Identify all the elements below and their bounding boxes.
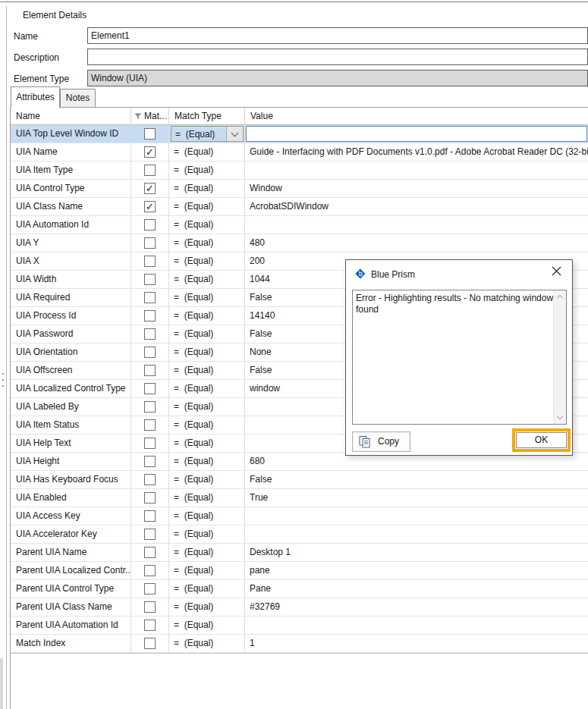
attribute-value-cell[interactable]: True — [245, 489, 588, 507]
match-checkbox[interactable] — [144, 219, 156, 231]
match-type-cell[interactable]: = (Equal) — [169, 507, 245, 525]
match-checkbox[interactable] — [144, 347, 156, 358]
match-checkbox[interactable] — [144, 256, 156, 267]
table-row[interactable]: UIA Has Keyboard Focus= (Equal)False — [11, 471, 588, 489]
table-row[interactable]: UIA Top Level Window ID= (Equal) — [11, 125, 588, 143]
attribute-value-cell[interactable]: pane — [245, 562, 588, 579]
ok-button[interactable]: OK — [516, 432, 567, 448]
match-checkbox[interactable] — [144, 383, 156, 394]
attribute-name-cell[interactable]: UIA Automation Id — [11, 216, 131, 234]
attribute-value-cell[interactable]: Guide - Interfacing with PDF Documents v… — [245, 143, 588, 161]
attribute-name-cell[interactable]: UIA Item Type — [11, 162, 131, 179]
match-checkbox[interactable] — [144, 620, 156, 631]
attribute-name-cell[interactable]: UIA Height — [11, 453, 131, 470]
attribute-name-cell[interactable]: UIA Accelerator Key — [11, 525, 131, 543]
column-header-match-type[interactable]: Match Type — [169, 108, 245, 125]
match-type-cell[interactable]: = (Equal) — [169, 616, 245, 634]
match-type-cell[interactable]: = (Equal) — [169, 580, 245, 598]
match-type-cell[interactable]: = (Equal) — [169, 143, 245, 161]
attribute-name-cell[interactable]: Parent UIA Automation Id — [11, 616, 131, 634]
match-type-cell[interactable]: = (Equal) — [169, 289, 245, 306]
attribute-value-cell[interactable]: False — [245, 471, 588, 488]
match-checkbox[interactable] — [144, 638, 156, 649]
attribute-value-cell[interactable] — [245, 216, 588, 234]
match-checkbox[interactable] — [144, 401, 156, 413]
table-row[interactable]: Parent UIA Localized Contr...= (Equal)pa… — [11, 562, 588, 580]
match-checkbox[interactable] — [144, 274, 156, 285]
match-checkbox[interactable] — [144, 237, 156, 249]
match-type-cell[interactable]: = (Equal) — [169, 416, 245, 434]
match-type-cell[interactable]: = (Equal) — [169, 198, 245, 215]
attribute-name-cell[interactable]: UIA Offscreen — [11, 362, 131, 379]
column-header-match[interactable]: Mat... — [131, 108, 169, 125]
scroll-down-icon[interactable] — [557, 413, 563, 419]
name-field[interactable] — [87, 27, 588, 44]
tab-notes[interactable]: Notes — [60, 89, 96, 108]
attribute-name-cell[interactable]: UIA Has Keyboard Focus — [11, 471, 131, 488]
match-type-cell[interactable]: = (Equal) — [169, 489, 245, 507]
match-type-cell[interactable]: = (Equal) — [169, 525, 245, 543]
match-type-cell[interactable]: = (Equal) — [169, 125, 245, 143]
table-row[interactable]: UIA Item Type= (Equal) — [11, 162, 588, 180]
attribute-name-cell[interactable]: UIA Enabled — [11, 489, 131, 507]
match-checkbox[interactable] — [144, 529, 156, 540]
match-checkbox[interactable] — [144, 292, 156, 303]
attribute-value-cell[interactable] — [245, 125, 588, 143]
panel-splitter[interactable] — [6, 6, 7, 709]
table-row[interactable]: UIA Automation Id= (Equal) — [11, 216, 588, 234]
match-type-cell[interactable]: = (Equal) — [169, 325, 245, 343]
attribute-name-cell[interactable]: UIA Required — [11, 289, 131, 306]
funnel-icon[interactable] — [134, 108, 142, 125]
attribute-name-cell[interactable]: UIA Labeled By — [11, 398, 131, 416]
table-row[interactable]: UIA Y= (Equal)480 — [11, 234, 588, 253]
table-row[interactable]: UIA Enabled= (Equal)True — [11, 489, 588, 507]
attribute-name-cell[interactable]: UIA Orientation — [11, 344, 131, 361]
attribute-name-cell[interactable]: UIA Top Level Window ID — [11, 125, 131, 143]
match-type-cell[interactable]: = (Equal) — [169, 453, 245, 470]
attribute-value-cell[interactable] — [245, 507, 588, 525]
match-checkbox[interactable]: ✓ — [144, 201, 156, 212]
attribute-name-cell[interactable]: Parent UIA Control Type — [11, 580, 131, 598]
match-type-cell[interactable]: = (Equal) — [169, 562, 245, 579]
description-field[interactable] — [87, 49, 588, 65]
match-type-cell[interactable]: = (Equal) — [169, 362, 245, 379]
match-checkbox[interactable] — [144, 419, 156, 431]
match-type-cell[interactable]: = (Equal) — [169, 344, 245, 361]
match-type-cell[interactable]: = (Equal) — [169, 380, 245, 397]
match-checkbox[interactable] — [144, 583, 156, 594]
match-type-cell[interactable]: = (Equal) — [169, 544, 245, 561]
match-checkbox[interactable] — [144, 365, 156, 376]
match-checkbox[interactable] — [144, 601, 156, 613]
match-type-cell[interactable]: = (Equal) — [169, 471, 245, 488]
table-row[interactable]: UIA Class Name✓= (Equal)AcrobatSDIWindow — [11, 198, 588, 216]
copy-button[interactable]: Copy — [352, 431, 410, 452]
match-type-cell[interactable]: = (Equal) — [169, 180, 245, 197]
attribute-name-cell[interactable]: UIA X — [11, 253, 131, 270]
match-checkbox[interactable]: ✓ — [144, 183, 156, 194]
attribute-value-cell[interactable]: Window — [245, 180, 588, 197]
match-checkbox[interactable]: ✓ — [144, 146, 156, 158]
attribute-value-cell[interactable] — [245, 162, 588, 179]
scroll-up-icon[interactable] — [557, 295, 563, 301]
attribute-value-input[interactable] — [246, 126, 587, 142]
attribute-name-cell[interactable]: UIA Access Key — [11, 507, 131, 525]
attribute-name-cell[interactable]: UIA Item Status — [11, 416, 131, 434]
table-row[interactable]: Parent UIA Class Name= (Equal)#32769 — [11, 598, 588, 616]
attribute-name-cell[interactable]: UIA Help Text — [11, 434, 131, 452]
match-checkbox[interactable] — [144, 456, 156, 467]
attribute-value-cell[interactable]: #32769 — [245, 598, 588, 616]
match-type-cell[interactable]: = (Equal) — [169, 434, 245, 452]
attribute-value-cell[interactable]: AcrobatSDIWindow — [245, 198, 588, 215]
table-row[interactable]: UIA Access Key= (Equal) — [11, 507, 588, 525]
match-type-cell[interactable]: = (Equal) — [169, 398, 245, 416]
table-row[interactable]: UIA Control Type✓= (Equal)Window — [11, 180, 588, 198]
attribute-name-cell[interactable]: UIA Localized Control Type — [11, 380, 131, 397]
attribute-name-cell[interactable]: UIA Password — [11, 325, 131, 343]
match-checkbox[interactable] — [144, 328, 156, 340]
attribute-value-cell[interactable]: 1 — [245, 635, 588, 652]
match-type-cell[interactable]: = (Equal) — [169, 271, 245, 288]
tab-attributes[interactable]: Attributes — [11, 86, 60, 108]
match-checkbox[interactable] — [144, 165, 156, 176]
attribute-name-cell[interactable]: UIA Process Id — [11, 307, 131, 325]
attribute-value-cell[interactable]: Desktop 1 — [245, 544, 588, 561]
